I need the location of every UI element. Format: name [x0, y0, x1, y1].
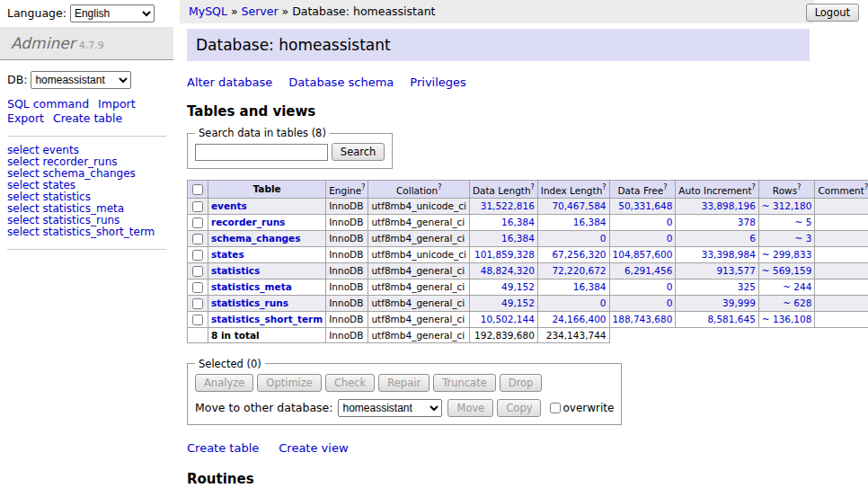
column-help-marker[interactable]: ?	[361, 183, 365, 191]
data-free-link[interactable]: 6,291,456	[624, 265, 672, 276]
create-link[interactable]: Create table	[187, 441, 259, 455]
auto-increment-link[interactable]: 6	[749, 233, 756, 244]
row-checkbox[interactable]	[192, 282, 203, 293]
app-name[interactable]: Adminer	[11, 34, 75, 52]
table-name-link[interactable]: states	[211, 249, 244, 260]
table-name-link[interactable]: recorder_runs	[211, 217, 285, 227]
index-length-link[interactable]: 67,256,320	[552, 249, 606, 260]
analyze-button[interactable]: Analyze	[195, 374, 253, 392]
rows-link[interactable]: ~ 312,180	[762, 200, 812, 211]
drop-button[interactable]: Drop	[500, 374, 543, 392]
sidebar-menu-link[interactable]: Import	[98, 98, 136, 111]
table-name-link[interactable]: schema_changes	[211, 233, 301, 244]
database-action-link[interactable]: Database schema	[288, 75, 394, 89]
rows-link[interactable]: ~ 136,108	[762, 314, 812, 324]
search-button[interactable]: Search	[332, 143, 385, 161]
move-button[interactable]: Move	[447, 399, 493, 417]
rows-link[interactable]: ~ 244	[783, 281, 811, 292]
sidebar-menu-link[interactable]: Create table	[53, 112, 122, 125]
row-checkbox[interactable]	[192, 201, 203, 212]
sidebar-menu-link[interactable]: Export	[7, 112, 44, 125]
table-name-cell: statistics	[208, 262, 326, 279]
row-checkbox[interactable]	[192, 315, 203, 325]
data-length-link[interactable]: 16,384	[501, 217, 535, 227]
rows-link[interactable]: ~ 628	[783, 297, 811, 308]
table-name-link[interactable]: statistics_meta	[211, 281, 292, 292]
index-length-link[interactable]: 70,467,584	[552, 200, 606, 211]
rows-link[interactable]: ~ 299,833	[762, 249, 812, 260]
index-length-link[interactable]: 0	[600, 233, 607, 244]
data-free-link[interactable]: 0	[667, 233, 673, 244]
data-length-link[interactable]: 49,152	[501, 281, 535, 292]
column-help-marker[interactable]: ?	[438, 183, 441, 191]
check-button[interactable]: Check	[325, 374, 375, 392]
auto-increment-link[interactable]: 39,999	[722, 297, 756, 308]
column-help-marker[interactable]: ?	[663, 183, 667, 191]
auto-increment-link[interactable]: 33,398,984	[702, 249, 756, 260]
data-length-link[interactable]: 10,502,144	[481, 314, 535, 324]
collation-cell: utf8mb4_unicode_ci	[368, 198, 469, 214]
row-checkbox[interactable]	[192, 250, 203, 261]
column-help-marker[interactable]: ?	[531, 183, 535, 191]
data-free-link[interactable]: 0	[667, 217, 673, 227]
column-help-marker[interactable]: ?	[602, 183, 606, 191]
column-help-marker[interactable]: ?	[864, 183, 868, 191]
rows-link[interactable]: ~ 569,159	[762, 265, 812, 276]
column-header: Index Length?	[537, 181, 609, 199]
index-length-link[interactable]: 24,166,400	[552, 314, 606, 324]
select-all-checkbox[interactable]	[192, 184, 203, 195]
rows-cell: ~ 5	[758, 214, 815, 230]
database-action-link[interactable]: Privileges	[410, 75, 466, 89]
language-select[interactable]: English	[70, 4, 155, 22]
breadcrumb-link[interactable]: Server	[242, 4, 279, 18]
table-name-link[interactable]: statistics_runs	[211, 297, 288, 308]
table-name-link[interactable]: statistics_short_term	[211, 314, 323, 324]
move-db-select[interactable]: homeassistant	[338, 399, 442, 417]
data-length-link[interactable]: 101,859,328	[474, 249, 535, 260]
truncate-button[interactable]: Truncate	[433, 374, 496, 392]
optimize-button[interactable]: Optimize	[257, 374, 322, 392]
index-length-link[interactable]: 0	[600, 297, 607, 308]
data-free-link[interactable]: 0	[667, 297, 673, 308]
breadcrumb-link[interactable]: MySQL	[189, 4, 227, 18]
data-free-link[interactable]: 188,743,680	[613, 314, 673, 324]
auto-increment-link[interactable]: 378	[738, 217, 756, 227]
row-checkbox[interactable]	[192, 266, 203, 277]
table-name-link[interactable]: statistics	[211, 265, 260, 276]
sidebar-menu-link[interactable]: SQL command	[7, 98, 89, 111]
data-free-link[interactable]: 50,331,648	[618, 200, 672, 211]
index-length-link[interactable]: 72,220,672	[552, 265, 606, 276]
search-input[interactable]	[195, 144, 328, 161]
create-link[interactable]: Create view	[279, 441, 348, 455]
data-length-link[interactable]: 48,824,320	[481, 265, 535, 276]
logout-button[interactable]: Logout	[806, 4, 859, 22]
overwrite-checkbox[interactable]	[550, 403, 561, 413]
auto-increment-link[interactable]: 325	[738, 281, 756, 292]
data-length-link[interactable]: 49,152	[501, 297, 535, 308]
auto-increment-link[interactable]: 8,581,645	[707, 314, 755, 324]
data-free-link[interactable]: 104,857,600	[613, 249, 673, 260]
rows-link[interactable]: ~ 5	[795, 217, 812, 227]
auto-increment-link[interactable]: 33,898,196	[702, 200, 756, 211]
copy-button[interactable]: Copy	[497, 399, 541, 417]
data-length-link[interactable]: 31,522,816	[481, 200, 535, 211]
index-length-link[interactable]: 16,384	[573, 217, 607, 227]
row-checkbox[interactable]	[192, 234, 203, 244]
row-checkbox[interactable]	[192, 298, 203, 309]
repair-button[interactable]: Repair	[378, 374, 430, 392]
table-name-link[interactable]: events	[211, 200, 247, 211]
data-free-link[interactable]: 0	[667, 281, 673, 292]
tables-table: TableEngine?Collation?Data Length?Index …	[187, 180, 868, 343]
total-collation-cell: utf8mb4_general_ci	[368, 327, 469, 342]
data-length-link[interactable]: 16,384	[501, 233, 535, 244]
auto-increment-link[interactable]: 913,577	[716, 265, 755, 276]
column-help-marker[interactable]: ?	[797, 183, 801, 191]
sidebar-table-link[interactable]: select statistics_short_term	[7, 226, 166, 238]
db-select[interactable]: homeassistant	[31, 71, 131, 89]
rows-link[interactable]: ~ 3	[795, 233, 812, 244]
column-help-marker[interactable]: ?	[752, 183, 756, 191]
database-action-link[interactable]: Alter database	[187, 75, 272, 89]
index-length-link[interactable]: 16,384	[573, 281, 607, 292]
row-checkbox[interactable]	[192, 217, 203, 228]
total-checkbox-cell	[188, 327, 208, 342]
